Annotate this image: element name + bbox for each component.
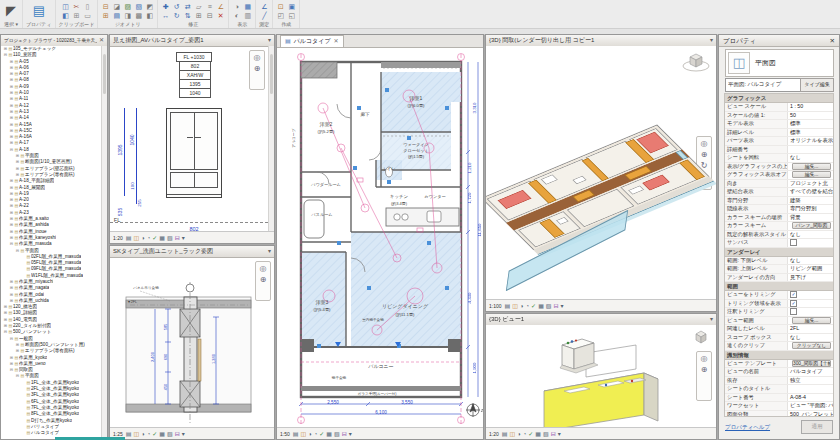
- view-control-icon[interactable]: ▤: [126, 233, 132, 243]
- ribbon-icon[interactable]: ◰: [276, 12, 285, 20]
- view-control-icon[interactable]: ▧: [167, 429, 173, 439]
- ribbon-icon[interactable]: ↔: [161, 12, 170, 20]
- ribbon-icon[interactable]: ↺: [172, 3, 181, 11]
- navigation-bar[interactable]: ◎⊕: [696, 351, 712, 401]
- view-control-icon[interactable]: ▧: [334, 429, 340, 439]
- ribbon-icon[interactable]: ◐: [232, 12, 241, 20]
- view-control-icon[interactable]: ✓: [528, 429, 533, 439]
- section-view-canvas[interactable]: パネル吊り金物▼2FL5856904502,4001,240 ◎⊕: [110, 257, 274, 428]
- window-menu-icon[interactable]: ▾: [710, 35, 713, 46]
- prop-value[interactable]: [788, 308, 833, 316]
- view-control-icon[interactable]: ◔: [525, 301, 529, 311]
- prop-edit-button[interactable]: クリップなし: [792, 342, 831, 349]
- zoom-icon[interactable]: ⊕: [254, 64, 261, 73]
- view-scale[interactable]: 1:20: [113, 235, 123, 241]
- zoom-icon[interactable]: ⊕: [701, 150, 708, 159]
- detail-scrollbar[interactable]: [268, 46, 274, 232]
- view-scale[interactable]: 1:50: [280, 431, 290, 437]
- zoom-icon[interactable]: ⊕: [260, 275, 267, 284]
- view-control-icon[interactable]: ◔: [147, 233, 151, 243]
- prop-value[interactable]: 2FL: [788, 325, 833, 333]
- view-control-icon[interactable]: ▾: [561, 301, 564, 311]
- ribbon-icon[interactable]: ◤: [3, 3, 19, 19]
- ribbon-icon[interactable]: ▩: [134, 12, 143, 20]
- ribbon-icon[interactable]: ⊞: [194, 12, 203, 20]
- view-control-icon[interactable]: ✓: [152, 233, 157, 243]
- prop-checkbox-unchecked[interactable]: [790, 308, 797, 315]
- ribbon-icon[interactable]: ⊟: [101, 3, 110, 11]
- view-control-icon[interactable]: ▦: [535, 429, 541, 439]
- prop-value[interactable]: リビング範囲: [788, 265, 833, 273]
- ribbon-icon[interactable]: ∠: [216, 3, 225, 11]
- prop-edit-button[interactable]: 編集...: [792, 171, 831, 178]
- apply-button[interactable]: 適用: [801, 420, 833, 434]
- tree-item[interactable]: ▤パルコタイプ: [1, 430, 101, 436]
- ribbon-icon[interactable]: ◱: [287, 12, 296, 20]
- view-control-icon[interactable]: ✓: [319, 429, 324, 439]
- view-control-icon[interactable]: ▤: [293, 429, 299, 439]
- prop-value[interactable]: 独立: [788, 377, 833, 385]
- prop-value[interactable]: なし: [788, 154, 833, 162]
- properties-help-link[interactable]: プロパティヘルプ: [725, 424, 770, 431]
- prop-checkbox-checked[interactable]: ✓: [790, 291, 797, 298]
- view-control-icon[interactable]: ▾: [349, 429, 352, 439]
- ribbon-icon[interactable]: ▤: [31, 3, 47, 19]
- view-control-icon[interactable]: ▾: [182, 429, 185, 439]
- steering-wheel-icon[interactable]: ◎: [701, 139, 708, 148]
- project-browser-scrollbar[interactable]: [101, 46, 107, 439]
- prop-edit-button[interactable]: 300_間取図【十帖の文】: [792, 360, 831, 367]
- view-scale[interactable]: 1:100: [489, 303, 502, 309]
- view-control-icon[interactable]: ◫: [300, 429, 306, 439]
- ribbon-icon[interactable]: ◨: [123, 12, 132, 20]
- ribbon-icon[interactable]: ▭: [83, 12, 92, 20]
- navigation-bar[interactable]: ◎⊕: [255, 261, 271, 301]
- prop-value[interactable]: 標準: [788, 120, 833, 128]
- ribbon-icon[interactable]: ▧: [134, 3, 143, 11]
- ribbon-icon[interactable]: ◪: [112, 3, 121, 11]
- prop-value[interactable]: なし: [788, 231, 833, 239]
- view-control-icon[interactable]: ▦: [538, 301, 544, 311]
- view-control-icon[interactable]: ✓: [531, 301, 536, 311]
- prop-edit-button[interactable]: 編集...: [792, 163, 831, 170]
- view-control-icon[interactable]: ◔: [523, 429, 527, 439]
- steering-wheel-icon[interactable]: ◎: [701, 354, 708, 363]
- prop-value[interactable]: すべての壁を結合: [788, 188, 833, 196]
- window-menu-icon[interactable]: ▾: [710, 314, 713, 325]
- ribbon-icon[interactable]: ◫: [61, 3, 70, 11]
- prop-edit-button[interactable]: パンフ_間取図: [792, 222, 831, 229]
- view-scale[interactable]: 1:25: [113, 431, 123, 437]
- ribbon-icon[interactable]: ╱: [260, 12, 269, 20]
- prop-value[interactable]: 編集...: [788, 163, 833, 171]
- view-control-icon[interactable]: ◑: [141, 429, 145, 439]
- close-icon[interactable]: ✕: [830, 35, 835, 46]
- view-control-icon[interactable]: ▧: [167, 233, 173, 243]
- prop-value[interactable]: プロジェクト北: [788, 180, 833, 188]
- ribbon-icon[interactable]: ⊞: [72, 12, 81, 20]
- view-control-icon[interactable]: ◫: [133, 429, 139, 439]
- view-control-icon[interactable]: ◫: [512, 301, 518, 311]
- prop-value[interactable]: なし: [788, 334, 833, 342]
- prop-value[interactable]: 背景: [788, 214, 833, 222]
- type-selector-dropdown[interactable]: 平面図: パルコタイプ ▾: [725, 78, 811, 92]
- properties-titlebar[interactable]: プロパティ ✕: [719, 35, 839, 47]
- view-control-icon[interactable]: ▧: [546, 301, 552, 311]
- prop-value[interactable]: クリップなし: [788, 342, 833, 350]
- prop-value[interactable]: 1 : 50: [788, 103, 833, 111]
- view-scale[interactable]: 1:20: [489, 431, 499, 437]
- steering-wheel-icon[interactable]: ◎: [260, 264, 267, 273]
- prop-value[interactable]: 専門分野別: [788, 205, 833, 213]
- ribbon-icon[interactable]: ≡: [205, 3, 214, 11]
- ribbon-icon[interactable]: ▨: [123, 3, 132, 11]
- view-control-icon[interactable]: ▤: [502, 429, 508, 439]
- tab-parco-type[interactable]: ▤ パルコタイプ ✕: [280, 35, 344, 47]
- view-control-icon[interactable]: ▦: [159, 429, 165, 439]
- view-control-icon[interactable]: ⊟: [342, 429, 347, 439]
- ribbon-icon[interactable]: ✚: [161, 3, 170, 11]
- prop-value[interactable]: ビュー "平面図: パルコタイプ": [788, 402, 833, 410]
- view-control-icon[interactable]: ◑: [141, 233, 145, 243]
- ribbon-icon[interactable]: ▣: [287, 3, 296, 11]
- view-control-icon[interactable]: ⊟: [175, 429, 180, 439]
- prop-value[interactable]: 50: [788, 112, 833, 120]
- view-control-icon[interactable]: ▾: [182, 233, 185, 243]
- ribbon-icon[interactable]: ⇄: [183, 3, 192, 11]
